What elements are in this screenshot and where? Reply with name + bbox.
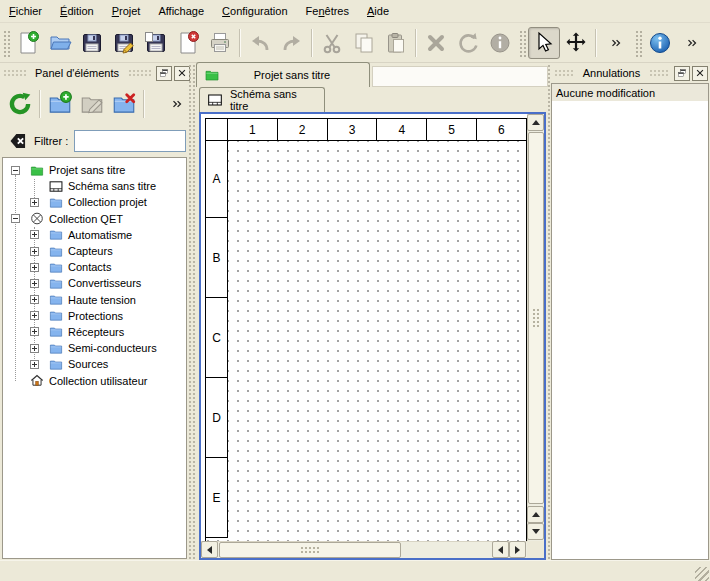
menu-projet[interactable]: Projet: [103, 2, 150, 20]
copy-button[interactable]: [348, 27, 380, 59]
mode-scroll-button[interactable]: [560, 27, 592, 59]
tree-item-sources[interactable]: Sources: [3, 356, 186, 372]
elements-tree: Projet sans titreSchéma sans titreCollec…: [2, 157, 187, 559]
tree-item-collection-utilisateur[interactable]: Collection utilisateur: [3, 372, 186, 388]
tab-project[interactable]: Projet sans titre: [196, 62, 370, 87]
expander-plus-icon[interactable]: [30, 198, 39, 207]
filter-input[interactable]: [74, 130, 186, 152]
tree-item-collection-projet[interactable]: Collection projet: [3, 194, 186, 210]
tree-item-convertisseurs[interactable]: Convertisseurs: [3, 275, 186, 291]
scroll-up-button-2[interactable]: [527, 506, 544, 523]
expander-plus-icon[interactable]: [30, 263, 39, 272]
expander-plus-icon[interactable]: [30, 344, 39, 353]
tab-schema[interactable]: Schéma sans titre: [199, 87, 325, 112]
toolbar-overflow-button[interactable]: [600, 27, 632, 59]
horizontal-scrollbar[interactable]: [201, 541, 527, 558]
tree-item-label: Sources: [68, 358, 108, 370]
expander-plus-icon[interactable]: [30, 360, 39, 369]
arrow-up-icon: [532, 512, 540, 517]
floppy-icon: [80, 31, 104, 55]
copy-icon: [352, 31, 376, 55]
tree-item-collection-qet[interactable]: Collection QET: [3, 211, 186, 227]
menu-edition[interactable]: Édition: [51, 2, 103, 20]
horizontal-scroll-thumb[interactable]: [219, 542, 401, 558]
scroll-left-button[interactable]: [201, 541, 218, 558]
toolbar-overflow-button[interactable]: [676, 27, 708, 59]
toolbar-separator: [39, 90, 41, 118]
info-gray-icon: [488, 31, 512, 55]
float-dock-button[interactable]: [156, 66, 172, 81]
menu-aide[interactable]: Aide: [358, 2, 398, 20]
menu-configuration[interactable]: Configuration: [213, 2, 296, 20]
dock-texture: [649, 69, 669, 78]
scroll-right-button[interactable]: [509, 541, 526, 558]
page-close-icon: [176, 31, 200, 55]
column-header-5: 5: [426, 118, 477, 141]
expander-plus-icon[interactable]: [30, 327, 39, 336]
element-infos-button[interactable]: [484, 27, 516, 59]
expander-plus-icon[interactable]: [30, 311, 39, 320]
resize-grip[interactable]: [695, 567, 709, 581]
delete-category-button[interactable]: [108, 88, 140, 120]
tree-item-r-cepteurs[interactable]: Récepteurs: [3, 324, 186, 340]
open-button[interactable]: [44, 27, 76, 59]
expander-plus-icon[interactable]: [30, 279, 39, 288]
save-as-button[interactable]: [108, 27, 140, 59]
tree-item-automatisme[interactable]: Automatisme: [3, 227, 186, 243]
expander-plus-icon[interactable]: [30, 247, 39, 256]
expander-minus-icon[interactable]: [11, 166, 20, 175]
close-dock-button[interactable]: [692, 66, 708, 81]
expander-plus-icon[interactable]: [30, 295, 39, 304]
undo-panel-title: Annulations: [577, 67, 647, 79]
vertical-scroll-thumb[interactable]: [528, 132, 544, 504]
scroll-up-button[interactable]: [527, 114, 544, 131]
tree-item-haute-tension[interactable]: Haute tension: [3, 292, 186, 308]
diagram-canvas[interactable]: 123456ABCDE: [201, 114, 527, 541]
folder-blue-icon: [48, 292, 64, 307]
schema-icon: [48, 179, 64, 194]
save-button[interactable]: [76, 27, 108, 59]
undo-button[interactable]: [244, 27, 276, 59]
tree-item-sch-ma-sans-titre[interactable]: Schéma sans titre: [3, 178, 186, 194]
toolbar-handle[interactable]: [634, 29, 642, 57]
tree-item-protections[interactable]: Protections: [3, 308, 186, 324]
scroll-down-button[interactable]: [527, 523, 544, 540]
close-project-button[interactable]: [172, 27, 204, 59]
left-splitter[interactable]: [188, 64, 195, 560]
toolbar-handle[interactable]: [518, 29, 526, 57]
tree-item-label: Contacts: [68, 261, 111, 273]
redo-button[interactable]: [276, 27, 308, 59]
toolbar-handle[interactable]: [2, 29, 10, 57]
tree-item-contacts[interactable]: Contacts: [3, 259, 186, 275]
float-dock-button[interactable]: [674, 66, 690, 81]
clear-filter-icon[interactable]: [8, 131, 28, 151]
menu-fenetres[interactable]: Fenêtres: [297, 2, 358, 20]
menu-affichage[interactable]: Affichage: [149, 2, 213, 20]
mode-select-button[interactable]: [528, 27, 560, 59]
delete-button[interactable]: [420, 27, 452, 59]
tree-item-label: Capteurs: [68, 245, 113, 257]
cut-button[interactable]: [316, 27, 348, 59]
vertical-scrollbar[interactable]: [527, 114, 544, 541]
reload-collections-button[interactable]: [4, 88, 36, 120]
undo-history-item[interactable]: Aucune modification: [552, 84, 708, 101]
expander-plus-icon[interactable]: [30, 230, 39, 239]
scroll-left-button-2[interactable]: [492, 541, 509, 558]
paste-button[interactable]: [380, 27, 412, 59]
status-bar: [0, 560, 710, 581]
dock-texture: [3, 69, 26, 78]
edit-category-button[interactable]: [76, 88, 108, 120]
tree-item-label: Projet sans titre: [49, 164, 125, 176]
expander-minus-icon[interactable]: [11, 214, 20, 223]
about-button[interactable]: [644, 27, 676, 59]
new-project-button[interactable]: [12, 27, 44, 59]
dock-texture: [128, 69, 151, 78]
tree-item-capteurs[interactable]: Capteurs: [3, 243, 186, 259]
rotate-button[interactable]: [452, 27, 484, 59]
tree-item-projet-sans-titre[interactable]: Projet sans titre: [3, 162, 186, 178]
tree-item-semi-conducteurs[interactable]: Semi-conducteurs: [3, 340, 186, 356]
new-category-button[interactable]: [44, 88, 76, 120]
print-button[interactable]: [204, 27, 236, 59]
menu-fichier[interactable]: Fichier: [0, 2, 51, 20]
save-all-button[interactable]: [140, 27, 172, 59]
